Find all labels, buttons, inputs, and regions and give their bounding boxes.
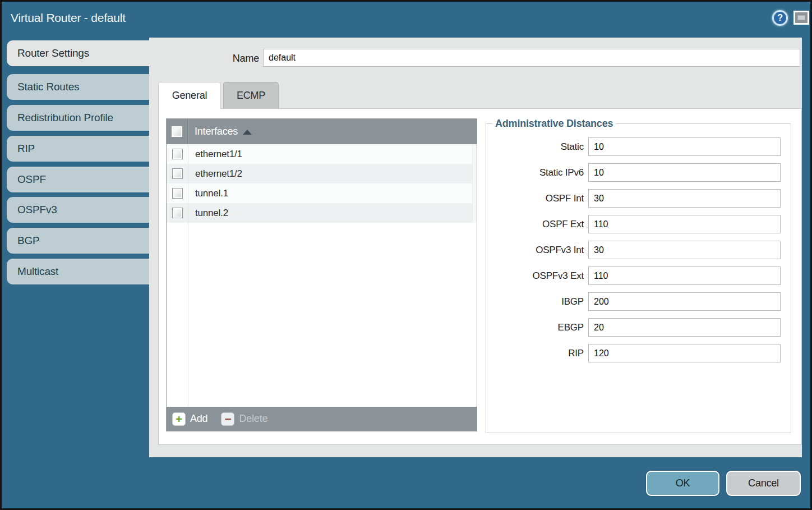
interfaces-toolbar: + Add − Delete: [167, 407, 477, 431]
checkbox-cell: [167, 168, 188, 179]
ospfv3-int-field[interactable]: [588, 241, 781, 259]
static-label: Static: [492, 141, 588, 153]
sidebar-item-label: Multicast: [17, 265, 58, 278]
checkbox-cell: [167, 208, 188, 218]
sidebar-item-rip[interactable]: RIP: [7, 136, 149, 162]
sidebar-item-label: OSPF: [17, 173, 46, 186]
sidebar-item-static-routes[interactable]: Static Routes: [7, 74, 149, 100]
add-plus-icon: +: [172, 412, 186, 426]
form-row: RIP: [492, 344, 785, 362]
window-restore-inner: [797, 15, 805, 20]
ospf-ext-field[interactable]: [588, 215, 781, 233]
column-divider: [188, 144, 188, 407]
sidebar-item-bgp[interactable]: BGP: [7, 228, 149, 254]
interfaces-column-header: Interfaces: [195, 126, 238, 137]
select-all-cell: [167, 119, 188, 144]
row-checkbox[interactable]: [172, 168, 183, 179]
static-ipv6-label: Static IPv6: [492, 167, 588, 178]
select-all-checkbox[interactable]: [171, 126, 183, 137]
tab-label: General: [172, 90, 207, 102]
virtual-router-dialog: Virtual Router - default ? Router Settin…: [0, 0, 812, 510]
tab-general[interactable]: General: [158, 82, 221, 109]
ospf-int-label: OSPF Int: [492, 193, 588, 204]
form-row: EBGP: [492, 318, 785, 337]
scrollbar-track[interactable]: [472, 144, 477, 223]
tab-label: ECMP: [237, 90, 265, 102]
delete-minus-icon: −: [221, 412, 234, 426]
sidebar-item-label: Router Settings: [17, 47, 89, 59]
sidebar-item-multicast[interactable]: Multicast: [7, 259, 149, 284]
sidebar-item-label: RIP: [17, 143, 35, 155]
form-row: OSPF Ext: [492, 215, 785, 233]
sidebar-item-redistribution-profile[interactable]: Redistribution Profile: [7, 105, 149, 131]
interfaces-table-header[interactable]: Interfaces: [167, 119, 477, 144]
table-row[interactable]: ethernet1/1: [167, 144, 477, 164]
delete-button[interactable]: − Delete: [221, 412, 267, 426]
checkbox-cell: [167, 149, 188, 159]
ok-button[interactable]: OK: [646, 471, 719, 496]
ibgp-label: IBGP: [492, 296, 588, 307]
sidebar-item-label: BGP: [17, 235, 40, 247]
interface-name: ethernet1/2: [195, 168, 242, 180]
administrative-distances-group: Administrative Distances Static Static I…: [486, 118, 791, 433]
interfaces-table: Interfaces ethernet1/1 ethernet1/2: [166, 118, 477, 431]
add-button-label: Add: [190, 413, 207, 425]
sidebar-item-label: Static Routes: [17, 81, 79, 93]
static-field[interactable]: [588, 137, 781, 156]
rip-label: RIP: [492, 348, 588, 359]
sidebar-item-label: Redistribution Profile: [17, 112, 113, 124]
ebgp-field[interactable]: [588, 318, 781, 337]
rip-field[interactable]: [588, 344, 781, 362]
form-row: OSPFv3 Ext: [492, 267, 785, 285]
ospf-ext-label: OSPF Ext: [492, 219, 588, 230]
table-row[interactable]: ethernet1/2: [167, 164, 477, 183]
ospfv3-ext-field[interactable]: [588, 267, 781, 285]
ospf-int-field[interactable]: [588, 189, 781, 208]
static-ipv6-field[interactable]: [588, 163, 781, 182]
interface-name: ethernet1/1: [195, 149, 242, 160]
checkbox-cell: [167, 188, 188, 199]
administrative-distances-legend: Administrative Distances: [492, 118, 616, 130]
help-glyph: ?: [777, 13, 783, 23]
name-input[interactable]: [263, 49, 800, 67]
sort-ascending-icon: [243, 130, 252, 135]
ospfv3-ext-label: OSPFv3 Ext: [492, 270, 588, 282]
content-area: Name General ECMP Interfaces ether: [149, 38, 802, 457]
form-row: Static IPv6: [492, 163, 785, 182]
interfaces-table-body: ethernet1/1 ethernet1/2 tunnel.1 tunnel.…: [167, 144, 477, 407]
cancel-button-label: Cancel: [748, 477, 779, 489]
sidebar-item-router-settings[interactable]: Router Settings: [7, 40, 149, 66]
interface-name: tunnel.2: [195, 208, 228, 219]
table-row[interactable]: tunnel.1: [167, 183, 477, 203]
form-row: IBGP: [492, 292, 785, 311]
sidebar-item-label: OSPFv3: [17, 204, 57, 216]
cancel-button[interactable]: Cancel: [726, 471, 801, 496]
ok-button-label: OK: [676, 477, 690, 489]
tab-ecmp[interactable]: ECMP: [223, 82, 279, 108]
help-icon[interactable]: ?: [772, 10, 788, 26]
row-checkbox[interactable]: [172, 149, 183, 159]
ospfv3-int-label: OSPFv3 Int: [492, 245, 588, 256]
table-row[interactable]: tunnel.2: [167, 203, 477, 223]
row-checkbox[interactable]: [172, 208, 183, 218]
dialog-title: Virtual Router - default: [11, 11, 126, 25]
form-row: OSPF Int: [492, 189, 785, 208]
form-row: OSPFv3 Int: [492, 241, 785, 259]
sidebar-item-ospfv3[interactable]: OSPFv3: [7, 197, 149, 223]
name-label: Name: [149, 49, 259, 67]
delete-button-label: Delete: [239, 413, 267, 425]
form-row: Static: [492, 137, 785, 156]
window-restore-icon[interactable]: [793, 11, 809, 25]
ebgp-label: EBGP: [492, 322, 588, 333]
add-button[interactable]: + Add: [172, 412, 207, 426]
sidebar-item-ospf[interactable]: OSPF: [7, 167, 149, 192]
ibgp-field[interactable]: [588, 292, 781, 311]
interface-name: tunnel.1: [195, 188, 228, 199]
row-checkbox[interactable]: [172, 188, 183, 199]
general-tab-panel: Interfaces ethernet1/1 ethernet1/2: [158, 108, 802, 445]
